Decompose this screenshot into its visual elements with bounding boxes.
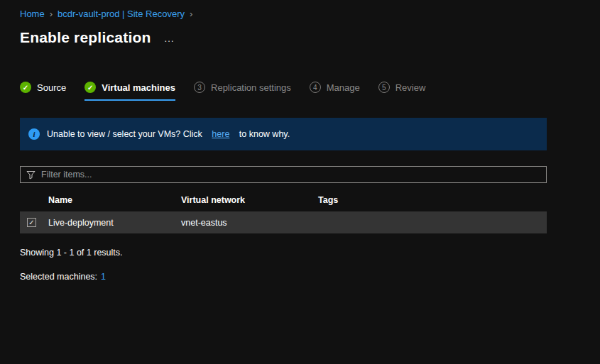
banner-here-link[interactable]: here (212, 129, 229, 139)
chevron-right-icon: › (190, 9, 192, 19)
filter-input[interactable] (41, 170, 540, 180)
step-number-icon: 4 (310, 82, 321, 93)
column-header-tags: Tags (318, 195, 547, 205)
step-replication-settings[interactable]: 3 Replication settings (194, 82, 291, 101)
breadcrumb-home-link[interactable]: Home (20, 9, 45, 19)
banner-text: Unable to view / select your VMs? Click (47, 129, 204, 139)
step-number-icon: 3 (194, 82, 205, 93)
step-manage[interactable]: 4 Manage (310, 82, 360, 101)
more-actions-button[interactable]: … (163, 33, 175, 43)
filter-box (20, 166, 547, 183)
row-checkbox[interactable]: ✓ (27, 218, 36, 227)
selected-machines-count-link[interactable]: 1 (101, 272, 106, 282)
selected-machines: Selected machines: 1 (20, 272, 600, 282)
step-label: Review (396, 82, 426, 93)
wizard-steps: ✓ Source ✓ Virtual machines 3 Replicatio… (20, 82, 600, 101)
step-label: Replication settings (211, 82, 291, 93)
results-count: Showing 1 - 1 of 1 results. (20, 248, 600, 258)
breadcrumb: Home › bcdr-vault-prod | Site Recovery › (20, 9, 600, 19)
column-header-virtual-network: Virtual network (181, 195, 318, 205)
step-source[interactable]: ✓ Source (20, 82, 66, 101)
row-checkbox-cell: ✓ (20, 218, 48, 227)
step-number-icon: 5 (378, 82, 390, 93)
table-row[interactable]: ✓ Live-deployment vnet-eastus (20, 211, 547, 233)
filter-funnel-icon (26, 170, 36, 180)
check-icon: ✓ (84, 82, 96, 93)
step-review[interactable]: 5 Review (378, 82, 426, 101)
breadcrumb-vault-link[interactable]: bcdr-vault-prod | Site Recovery (58, 9, 185, 19)
chevron-right-icon: › (50, 9, 53, 19)
column-header-name: Name (48, 195, 181, 205)
step-virtual-machines[interactable]: ✓ Virtual machines (84, 82, 175, 101)
cell-virtual-network: vnet-eastus (181, 218, 318, 228)
page-title: Enable replication (20, 29, 151, 46)
banner-text: to know why. (236, 129, 290, 139)
step-label: Source (37, 82, 66, 93)
info-banner: i Unable to view / select your VMs? Clic… (20, 118, 547, 150)
selected-machines-label: Selected machines: (20, 272, 97, 282)
step-label: Manage (327, 82, 360, 93)
check-icon: ✓ (20, 82, 31, 93)
info-icon: i (28, 128, 40, 140)
title-row: Enable replication … (20, 29, 600, 46)
enable-replication-page: Home › bcdr-vault-prod | Site Recovery ›… (0, 0, 600, 364)
cell-name: Live-deployment (48, 218, 181, 228)
step-label: Virtual machines (102, 82, 175, 93)
table-header: Name Virtual network Tags (20, 189, 547, 211)
